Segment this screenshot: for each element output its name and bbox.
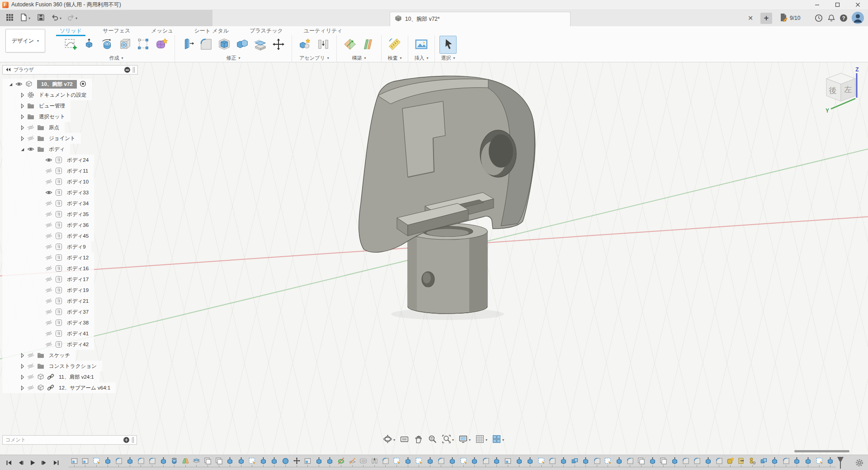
redo-button[interactable]: ▾ xyxy=(65,12,79,24)
display-settings-button[interactable]: ▾ xyxy=(457,434,472,446)
ribbon-group-dropdown[interactable]: 作成▾ xyxy=(109,54,123,62)
browser-item[interactable]: ボディ12 xyxy=(2,252,94,263)
revolve-button[interactable] xyxy=(99,36,116,54)
split-body-button[interactable] xyxy=(252,36,269,54)
viewports-button[interactable]: ▾ xyxy=(490,434,506,446)
visibility-eye-icon[interactable] xyxy=(15,80,25,88)
browser-item[interactable]: ボディ10 xyxy=(2,176,94,187)
job-status[interactable]: 9/10 xyxy=(779,13,800,23)
timeline-scrollbar[interactable] xyxy=(794,450,849,452)
shell-button[interactable] xyxy=(216,36,233,54)
timeline-feature-box-frame[interactable] xyxy=(636,456,647,470)
browser-item[interactable]: ボディ11 xyxy=(2,165,94,176)
timeline-feature-extrude[interactable] xyxy=(224,456,236,470)
visibility-eye-icon[interactable] xyxy=(45,156,55,164)
visibility-eye-off-icon[interactable] xyxy=(27,384,37,391)
viewcube-left-label[interactable]: 左 xyxy=(844,85,852,94)
timeline-feature-extrude[interactable] xyxy=(313,456,325,470)
timeline-feature-extrude[interactable] xyxy=(769,456,780,470)
look-at-button[interactable] xyxy=(398,434,411,446)
timeline-feature-extrude[interactable] xyxy=(792,456,803,470)
timeline-feature-fillet[interactable] xyxy=(436,456,447,470)
construction-axis-button[interactable] xyxy=(359,36,377,54)
visibility-eye-off-icon[interactable] xyxy=(45,178,55,185)
visibility-eye-off-icon[interactable] xyxy=(45,297,55,305)
user-avatar[interactable] xyxy=(852,12,864,24)
browser-item[interactable]: ドキュメントの設定 xyxy=(2,89,92,100)
collapse-panel-icon[interactable] xyxy=(5,67,11,73)
document-tab[interactable]: 10、腕部 v72* xyxy=(390,12,571,26)
view-cube[interactable]: 後 左 Z Y xyxy=(817,66,864,116)
fit-button[interactable]: ▾ xyxy=(440,434,456,446)
timeline-feature-box[interactable] xyxy=(69,456,80,470)
timeline-feature-revolve-axis[interactable] xyxy=(335,456,347,470)
play-button[interactable] xyxy=(28,458,37,467)
browser-header[interactable]: ブラウザ xyxy=(2,65,138,75)
timeline-feature-extrude[interactable] xyxy=(825,456,836,470)
ribbon-group-dropdown[interactable]: 選択▾ xyxy=(441,54,455,62)
step-back-button[interactable] xyxy=(16,458,25,467)
browser-item[interactable]: ボディ34 xyxy=(2,198,94,209)
timeline-feature-split-face[interactable] xyxy=(358,456,369,470)
browser-item[interactable]: ボディ xyxy=(2,144,70,155)
combine-button[interactable] xyxy=(234,36,251,54)
timeline-feature-fillet[interactable] xyxy=(713,456,725,470)
timeline-feature-sketch[interactable] xyxy=(91,456,102,470)
visibility-eye-off-icon[interactable] xyxy=(27,373,37,381)
form-button[interactable] xyxy=(153,36,170,54)
timeline-feature-extrude[interactable] xyxy=(703,456,714,470)
timeline-feature-extrude[interactable] xyxy=(558,456,569,470)
timeline-feature-joint[interactable] xyxy=(369,456,380,470)
maximize-button[interactable] xyxy=(827,0,848,10)
extrude-button[interactable] xyxy=(80,36,98,54)
browser-item[interactable]: ボディ17 xyxy=(2,274,94,285)
collapse-arrow-icon[interactable] xyxy=(8,80,15,88)
timeline-feature-combine[interactable] xyxy=(758,456,769,470)
press-pull-button[interactable] xyxy=(179,36,197,54)
timeline-feature-fillet[interactable] xyxy=(625,456,636,470)
zoom-button[interactable] xyxy=(426,434,439,446)
timeline-feature-box-frame[interactable] xyxy=(202,456,213,470)
timeline-feature-sketch[interactable] xyxy=(247,456,258,470)
browser-item[interactable]: 原点 xyxy=(2,122,65,133)
activate-component-radio[interactable] xyxy=(80,80,87,88)
visibility-eye-icon[interactable] xyxy=(27,146,37,153)
go-to-end-button[interactable] xyxy=(52,458,61,467)
expand-arrow-icon[interactable] xyxy=(19,362,27,370)
timeline-feature-extrude[interactable] xyxy=(613,456,625,470)
timeline-feature-extrude[interactable] xyxy=(647,456,658,470)
browser-root-item[interactable]: 10、腕部 v72 xyxy=(2,79,92,89)
comment-input[interactable]: コメント xyxy=(2,435,137,445)
timeline-feature-extrude[interactable] xyxy=(269,456,280,470)
ribbon-group-dropdown[interactable]: 修正▾ xyxy=(226,54,240,62)
browser-item[interactable]: 12、サブアーム v64:1 xyxy=(2,382,116,393)
timeline-feature-fillet[interactable] xyxy=(146,456,158,470)
browser-item[interactable]: 選択セット xyxy=(2,111,71,122)
ribbon-tab-4[interactable]: シート メタル xyxy=(192,26,231,35)
ribbon-tab-5[interactable]: プラスチック xyxy=(248,26,285,35)
timeline-feature-extrude[interactable] xyxy=(580,456,591,470)
browser-item[interactable]: ボディ37 xyxy=(2,306,94,317)
select-button[interactable] xyxy=(439,36,457,54)
grid-display-button[interactable]: ▾ xyxy=(473,434,489,446)
visibility-eye-off-icon[interactable] xyxy=(45,265,55,272)
visibility-eye-off-icon[interactable] xyxy=(45,232,55,240)
ribbon-tab-1[interactable]: ソリッド xyxy=(58,26,84,35)
minimize-button[interactable] xyxy=(807,0,827,10)
timeline-feature-sphere[interactable] xyxy=(280,456,291,470)
browser-item[interactable]: ボディ24 xyxy=(2,155,94,165)
timeline-feature-fillet[interactable] xyxy=(591,456,603,470)
visibility-eye-off-icon[interactable] xyxy=(45,287,55,294)
visibility-eye-off-icon[interactable] xyxy=(27,362,37,370)
timeline-feature-rigid-group[interactable] xyxy=(747,456,758,470)
timeline-feature-sketch[interactable] xyxy=(814,456,825,470)
hole-button[interactable] xyxy=(117,36,134,54)
file-new-button[interactable]: ▾ xyxy=(18,12,32,24)
apps-grid-button[interactable] xyxy=(3,12,16,24)
visibility-eye-off-icon[interactable] xyxy=(45,221,55,229)
browser-item[interactable]: ボディ33 xyxy=(2,187,94,198)
browser-item[interactable]: ボディ42 xyxy=(2,339,94,350)
ribbon-tab-2[interactable]: サーフェス xyxy=(101,26,132,35)
add-comment-icon[interactable] xyxy=(123,437,129,443)
timeline-feature-split-body[interactable] xyxy=(191,456,203,470)
